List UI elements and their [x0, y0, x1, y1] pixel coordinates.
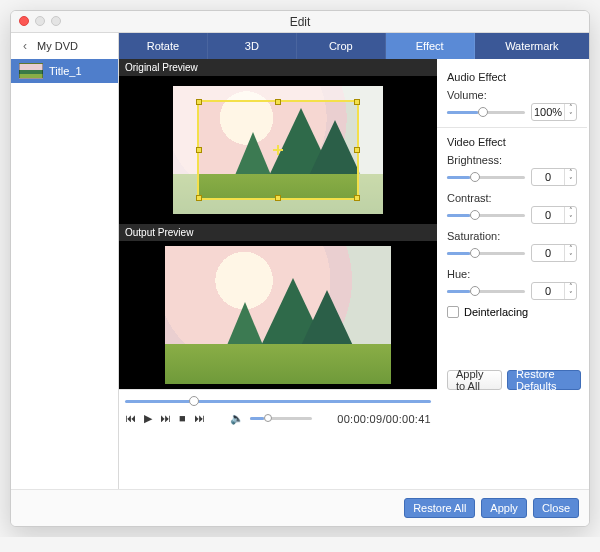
- video-section-label: Video Effect: [447, 136, 577, 148]
- back-icon[interactable]: ‹: [19, 40, 31, 52]
- crop-handle[interactable]: [196, 147, 202, 153]
- effect-panel: Audio Effect Volume: 100%˄˅ Video Effect…: [437, 59, 589, 489]
- crop-handle[interactable]: [196, 195, 202, 201]
- time-display: 00:00:09/00:00:41: [337, 413, 431, 425]
- original-preview-header: Original Preview: [119, 59, 437, 76]
- sidebar-item-label: Title_1: [49, 65, 82, 77]
- volume-head[interactable]: [264, 414, 272, 422]
- original-frame: [173, 86, 383, 214]
- volume-value-box[interactable]: 100%˄˅: [531, 103, 577, 121]
- progress-head[interactable]: [189, 396, 199, 406]
- brightness-slider[interactable]: [447, 176, 525, 179]
- slider-head[interactable]: [470, 172, 480, 182]
- fwd-icon[interactable]: ⏭: [160, 412, 171, 425]
- tab-3d[interactable]: 3D: [208, 33, 297, 59]
- deinterlacing-label: Deinterlacing: [464, 306, 528, 318]
- minimize-window-icon[interactable]: [35, 16, 45, 26]
- prev-icon[interactable]: ⏮: [125, 412, 136, 425]
- step-down-icon[interactable]: ˅: [565, 177, 576, 185]
- tab-effect[interactable]: Effect: [386, 33, 475, 59]
- close-window-icon[interactable]: [19, 16, 29, 26]
- main: Original Preview: [119, 59, 589, 489]
- step-up-icon[interactable]: ˄: [565, 104, 576, 112]
- checkbox-box-icon[interactable]: [447, 306, 459, 318]
- breadcrumb-name: My DVD: [37, 40, 78, 52]
- body: Title_1 Original Preview: [11, 59, 589, 489]
- step-up-icon[interactable]: ˄: [565, 169, 576, 177]
- sidebar-item-title1[interactable]: Title_1: [11, 59, 118, 83]
- restore-defaults-button[interactable]: Restore Defaults: [507, 370, 581, 390]
- volume-label: Volume:: [447, 89, 577, 101]
- step-down-icon[interactable]: ˅: [565, 291, 576, 299]
- speaker-icon[interactable]: 🔈: [230, 412, 244, 425]
- brightness-value-box[interactable]: 0˄˅: [531, 168, 577, 186]
- breadcrumb[interactable]: ‹ My DVD: [11, 33, 119, 59]
- play-icon[interactable]: ▶: [144, 412, 152, 425]
- saturation-value-box[interactable]: 0˄˅: [531, 244, 577, 262]
- volume-slider-audio[interactable]: [447, 111, 525, 114]
- transport-buttons: ⏮ ▶ ⏭ ■ ⏭: [125, 412, 205, 425]
- brightness-label: Brightness:: [447, 154, 577, 166]
- crop-handle[interactable]: [354, 99, 360, 105]
- restore-all-button[interactable]: Restore All: [404, 498, 475, 518]
- volume-control: 🔈: [230, 412, 312, 425]
- contrast-value-box[interactable]: 0˄˅: [531, 206, 577, 224]
- volume-slider[interactable]: [250, 417, 312, 420]
- crop-handle[interactable]: [354, 195, 360, 201]
- saturation-slider[interactable]: [447, 252, 525, 255]
- crop-handle[interactable]: [196, 99, 202, 105]
- slider-head[interactable]: [478, 107, 488, 117]
- apply-button[interactable]: Apply: [481, 498, 527, 518]
- contrast-slider[interactable]: [447, 214, 525, 217]
- step-down-icon[interactable]: ˅: [565, 215, 576, 223]
- crop-selection[interactable]: [197, 100, 359, 200]
- crop-handle[interactable]: [275, 99, 281, 105]
- step-down-icon[interactable]: ˅: [565, 253, 576, 261]
- tabs: Rotate 3D Crop Effect Watermark: [119, 33, 589, 59]
- close-button[interactable]: Close: [533, 498, 579, 518]
- hue-label: Hue:: [447, 268, 577, 280]
- window-title: Edit: [290, 15, 311, 29]
- tab-rotate[interactable]: Rotate: [119, 33, 208, 59]
- zoom-window-icon[interactable]: [51, 16, 61, 26]
- slider-head[interactable]: [470, 286, 480, 296]
- title-thumbnail: [19, 63, 43, 79]
- deinterlacing-checkbox[interactable]: Deinterlacing: [447, 306, 577, 318]
- output-frame: [165, 246, 391, 384]
- contrast-label: Contrast:: [447, 192, 577, 204]
- saturation-label: Saturation:: [447, 230, 577, 242]
- crop-handle[interactable]: [275, 195, 281, 201]
- playback-controls: ⏮ ▶ ⏭ ■ ⏭ 🔈: [119, 389, 437, 431]
- stop-icon[interactable]: ■: [179, 412, 186, 425]
- progress-bar[interactable]: [125, 394, 431, 408]
- slider-head[interactable]: [470, 248, 480, 258]
- output-preview: [119, 241, 437, 389]
- output-preview-header: Output Preview: [119, 224, 437, 241]
- crop-handle[interactable]: [354, 147, 360, 153]
- window-controls: [19, 16, 61, 26]
- edit-window: Edit ‹ My DVD Rotate 3D Crop Effect Wate…: [10, 10, 590, 527]
- crop-center-icon[interactable]: [273, 145, 283, 155]
- step-up-icon[interactable]: ˄: [565, 207, 576, 215]
- preview-column: Original Preview: [119, 59, 437, 489]
- step-up-icon[interactable]: ˄: [565, 245, 576, 253]
- apply-to-all-button[interactable]: Apply to All: [447, 370, 502, 390]
- top-row: ‹ My DVD Rotate 3D Crop Effect Watermark: [11, 33, 589, 59]
- step-down-icon[interactable]: ˅: [565, 112, 576, 120]
- titlebar[interactable]: Edit: [11, 11, 589, 33]
- tab-crop[interactable]: Crop: [297, 33, 386, 59]
- tab-watermark[interactable]: Watermark: [475, 33, 589, 59]
- hue-value-box[interactable]: 0˄˅: [531, 282, 577, 300]
- slider-head[interactable]: [470, 210, 480, 220]
- bottom-bar: Restore All Apply Close: [11, 489, 589, 526]
- next-icon[interactable]: ⏭: [194, 412, 205, 425]
- original-preview[interactable]: [119, 76, 437, 224]
- audio-section-label: Audio Effect: [447, 71, 577, 83]
- hue-slider[interactable]: [447, 290, 525, 293]
- sidebar: Title_1: [11, 59, 119, 489]
- step-up-icon[interactable]: ˄: [565, 283, 576, 291]
